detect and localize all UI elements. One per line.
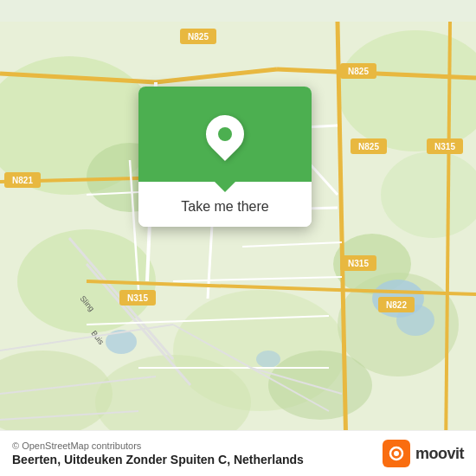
bottom-bar: © OpenStreetMap contributors Beerten, Ui… xyxy=(0,430,476,476)
svg-text:N315: N315 xyxy=(348,259,369,268)
svg-text:N825: N825 xyxy=(348,67,369,76)
svg-text:N821: N821 xyxy=(12,176,33,185)
svg-text:N825: N825 xyxy=(188,32,209,42)
copyright-text: © OpenStreetMap contributors xyxy=(12,441,304,451)
location-popup: Take me there xyxy=(138,87,312,227)
location-name: Beerten, Uitdeuken Zonder Spuiten C, Net… xyxy=(12,453,304,466)
pin-inner xyxy=(218,127,232,141)
svg-text:N315: N315 xyxy=(127,293,148,303)
svg-text:N825: N825 xyxy=(358,142,379,151)
svg-point-61 xyxy=(394,451,399,456)
location-pin-icon xyxy=(198,107,252,161)
svg-text:N822: N822 xyxy=(386,300,407,310)
svg-text:N315: N315 xyxy=(434,142,455,151)
take-me-there-button[interactable]: Take me there xyxy=(138,187,312,227)
svg-point-15 xyxy=(256,351,280,368)
moovit-text: moovit xyxy=(415,445,464,463)
moovit-logo: moovit xyxy=(383,440,464,467)
bottom-bar-info: © OpenStreetMap contributors Beerten, Ui… xyxy=(12,441,304,466)
popup-header xyxy=(138,87,312,182)
map-container: N825 N825 N825 N315 N315 N822 N821 Sling… xyxy=(0,0,476,476)
moovit-icon xyxy=(383,440,410,467)
